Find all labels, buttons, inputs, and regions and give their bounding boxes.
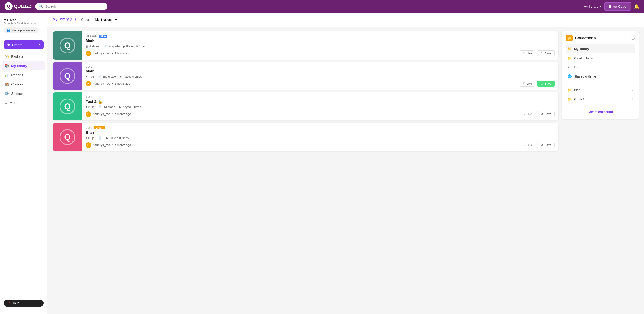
- card-thumbnail: Q: [53, 62, 82, 90]
- collections-title-row: 📁 Collections: [566, 35, 596, 41]
- sidebar-item-my-library[interactable]: 📚 My library: [2, 61, 45, 70]
- sidebar-item-reports[interactable]: 📊 Reports: [2, 70, 45, 80]
- order-label: Order:: [81, 18, 90, 22]
- card-title: Blah: [86, 130, 555, 135]
- order-select[interactable]: Most recent Oldest first A-Z Z-A: [92, 16, 118, 23]
- card-body: QUIZ Test 2 🔒 ≡ 3 Qs 📄: [82, 92, 558, 120]
- like-button[interactable]: ♡ Like: [520, 142, 536, 148]
- library-selector[interactable]: My library ▾: [584, 4, 602, 8]
- folder-icon: 📁: [567, 88, 572, 92]
- meta-slides: ▦ 4 slides: [86, 45, 99, 48]
- library-header: My library (13) Order: Most recent Oldes…: [47, 13, 644, 27]
- card-type-label: LESSON: [86, 35, 97, 38]
- folder-open-icon: 📂: [567, 47, 572, 51]
- grade-icon: 📄: [98, 136, 102, 140]
- collections-header: 📁 Collections ⊙: [566, 35, 635, 41]
- list-icon: ≡: [86, 136, 88, 140]
- content-area: My library (13) Order: Most recent Oldes…: [47, 13, 644, 314]
- sidebar-item-explore[interactable]: 🧭 Explore: [2, 52, 45, 61]
- create-collection-button[interactable]: Create collection: [566, 108, 635, 116]
- like-button[interactable]: ♡ Like: [520, 50, 536, 56]
- collection-name: Grade2: [574, 98, 629, 101]
- card-meta: ≡ 0 Qs 📄 ▶ Played 0 times: [86, 136, 555, 140]
- more-icon: ⌄: [4, 100, 8, 105]
- collections-panel: 📁 Collections ⊙ 📂 My library 📁 Created b…: [562, 31, 638, 119]
- avatar: H: [86, 142, 91, 148]
- card-title: Math: [86, 39, 555, 43]
- card-type-label: QUIZ: [86, 96, 92, 98]
- lock-icon: 🔒: [98, 99, 102, 104]
- quiz-card: Q QUIZ Test 2 🔒 ≡ 3 Qs: [53, 92, 558, 120]
- avatar: H: [86, 81, 91, 86]
- collections-divider: [566, 106, 635, 106]
- library-tab[interactable]: My library (13): [53, 17, 76, 22]
- folder-icon: 📁: [567, 97, 572, 101]
- create-button[interactable]: ⊕ Create ▾: [4, 40, 44, 49]
- save-button[interactable]: 🗂 Save: [537, 50, 555, 56]
- collection-item-grade2[interactable]: 📁 Grade2 1: [566, 95, 635, 104]
- sidebar-item-more[interactable]: ⌄ More: [2, 98, 45, 107]
- logo[interactable]: Q QUIZIZZ: [4, 2, 32, 10]
- save-button[interactable]: 🗂 Save: [537, 111, 555, 117]
- sidebar-item-more-label: More: [10, 101, 17, 105]
- circle-icon[interactable]: ⊙: [631, 36, 635, 41]
- settings-icon: ⚙️: [4, 91, 9, 96]
- card-type-label: QUIZ: [86, 126, 92, 129]
- order-section: Order: Most recent Oldest first A-Z Z-A: [81, 16, 118, 23]
- chevron-down-icon: ▾: [600, 4, 602, 8]
- collection-item-blah[interactable]: 📁 Blah 0: [566, 86, 635, 94]
- globe-icon: 🌐: [567, 74, 572, 78]
- user-role: Schools & Districts account: [4, 22, 44, 25]
- card-author: H haripriya_rao • a month ago: [86, 112, 131, 117]
- library-selector-label: My library: [584, 4, 598, 8]
- quiz-card: Q QUIZ DRAFT Blah ≡ 0 Qs: [53, 123, 558, 151]
- collection-item-created-by-me[interactable]: 📁 Created by me: [566, 54, 635, 62]
- sidebar: Ms. Rao Schools & Districts account 👥 Ma…: [0, 13, 47, 314]
- save-button[interactable]: 🗂 Save: [537, 142, 555, 148]
- sidebar-item-settings[interactable]: ⚙️ Settings: [2, 89, 45, 98]
- help-button[interactable]: ❓ Help: [4, 300, 44, 307]
- like-button[interactable]: ♡ Like: [520, 80, 536, 86]
- card-q-logo: Q: [60, 68, 75, 84]
- chevron-right-icon: ▾: [38, 43, 40, 46]
- card-q-logo: Q: [60, 129, 75, 145]
- card-thumbnail: Q: [53, 123, 82, 151]
- card-type-row: QUIZ: [86, 96, 555, 98]
- people-icon: 👥: [7, 29, 10, 32]
- topnav: Q QUIZIZZ 🔍 My library ▾ Enter Code 🔔: [0, 0, 644, 13]
- card-q-logo: Q: [60, 38, 75, 54]
- card-actions: ♡ Like 🗂 Save: [520, 142, 555, 148]
- card-type-row: QUIZ: [86, 66, 555, 68]
- enter-code-button[interactable]: Enter Code: [604, 2, 631, 10]
- sidebar-item-explore-label: Explore: [11, 54, 23, 58]
- sidebar-item-my-library-label: My library: [11, 64, 27, 68]
- quiz-card: Q QUIZ Math ≡ 7 Qs: [53, 62, 558, 90]
- slides-icon: ▦: [86, 45, 88, 48]
- card-author: H haripriya_rao • 2 hours ago: [86, 81, 130, 86]
- quiz-card: Q LESSON NEW Math ▦ 4 sl: [53, 31, 558, 60]
- like-button[interactable]: ♡ Like: [520, 111, 536, 117]
- card-actions: ♡ Like 🗂 Save: [520, 111, 555, 117]
- collection-item-shared-with-me[interactable]: 🌐 Shared with me: [566, 72, 635, 81]
- grade-icon: 📄: [98, 105, 102, 109]
- meta-grade: 📄 2nd grade: [98, 75, 116, 78]
- badge-draft: DRAFT: [94, 126, 105, 130]
- collection-item-my-library[interactable]: 📂 My library: [566, 44, 635, 53]
- search-input[interactable]: [45, 4, 104, 8]
- collection-name: My library: [574, 47, 633, 51]
- save-icon: 🗂: [540, 82, 544, 85]
- plus-icon: ⊕: [7, 43, 10, 47]
- help-icon: ❓: [7, 301, 11, 305]
- card-author: H haripriya_rao • 2 hours ago: [86, 51, 130, 56]
- sidebar-item-settings-label: Settings: [11, 92, 24, 96]
- bell-icon[interactable]: 🔔: [634, 4, 640, 9]
- sidebar-item-classes[interactable]: 🏫 Classes: [2, 80, 45, 89]
- manage-members-button[interactable]: 👥 Manage members: [4, 27, 38, 34]
- card-body: LESSON NEW Math ▦ 4 slides: [82, 31, 558, 60]
- save-button[interactable]: 🗂 Save: [537, 80, 555, 86]
- collection-item-liked[interactable]: ♥ Liked: [566, 63, 635, 72]
- card-type-row: LESSON NEW: [86, 34, 555, 38]
- sidebar-item-reports-label: Reports: [11, 73, 23, 77]
- search-bar[interactable]: 🔍: [35, 3, 107, 10]
- card-q-logo: Q: [60, 98, 75, 114]
